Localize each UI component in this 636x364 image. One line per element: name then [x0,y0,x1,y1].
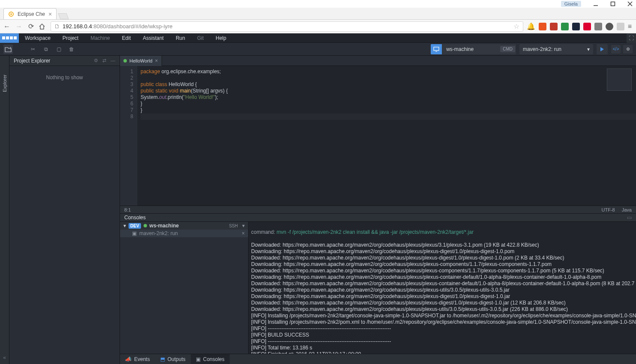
panel-sync-icon[interactable]: ⇄ [102,58,106,63]
command-name: maven-2nk2: run [523,46,561,52]
machine-menu-icon[interactable]: ▾ [242,223,245,229]
code-text: .println( [166,94,183,100]
chrome-menu-button[interactable]: ≡ [628,23,632,30]
machine-selector[interactable]: ws-machine CMD [431,44,516,54]
terminal-icon: ▣ [132,230,137,236]
nav-back-button[interactable]: ← [3,23,11,30]
ext-icon-light[interactable] [617,23,624,30]
bottom-tab-consoles[interactable]: ▣ Consoles [191,354,230,364]
consoles-minimize-button[interactable]: ▭ [627,215,632,221]
ext-icon-ubuntu[interactable] [539,23,546,30]
command-selector[interactable]: maven-2nk2: run ▾ [519,44,593,54]
consoles-panel-body: ▾ DEV ws-machine SSH ▾ ▣ maven-2nk2: run… [120,222,636,354]
console-line: Downloaded: https://repo.maven.apache.or… [251,300,633,306]
code-text: org.eclipse.che.examples; [160,69,221,75]
delete-button[interactable]: 🗑 [67,45,76,54]
process-close-button[interactable]: × [242,230,245,236]
console-line: [INFO] Installing /projects/maven-2nk2/p… [251,319,633,325]
menu-git[interactable]: Git [191,33,210,43]
console-tree: ▾ DEV ws-machine SSH ▾ ▣ maven-2nk2: run… [120,222,249,354]
console-line: Downloaded: https://repo.maven.apache.or… [251,255,633,261]
ext-icon-circle[interactable] [606,23,613,30]
svg-rect-7 [434,47,439,51]
console-line: Downloading: https://repo.maven.apache.o… [251,261,633,268]
cut-button[interactable]: ✂ [28,45,38,54]
browser-tab-eclipse-che[interactable]: Eclipse Che × [3,8,57,19]
consoles-title: Consoles [124,215,146,221]
menu-project[interactable]: Project [57,33,84,43]
ext-icon-gray[interactable] [594,23,602,30]
editor-tab-helloworld[interactable]: HelloWorld × [120,56,162,66]
copy-button[interactable]: ⧉ [41,45,51,54]
bell-icon[interactable]: 🔔 [527,22,535,30]
ext-icon-green[interactable] [561,23,569,30]
url-port: :8080 [92,23,106,30]
edit-tool-group: ✂ ⧉ ▢ 🗑 [28,45,76,54]
url-host: 192.168.0.4 [63,23,92,30]
window-maximize-button[interactable] [610,1,615,6]
file-language[interactable]: Java [622,207,632,212]
window-close-button[interactable] [627,1,633,6]
machine-icon [431,44,442,54]
maximize-ide-button[interactable]: ⛶ [627,33,636,43]
paste-button[interactable]: ▢ [54,45,63,54]
cursor-position: 8:1 [124,207,131,212]
class-name: HelloWorld [167,81,195,87]
editor-tab-close-button[interactable]: × [155,58,158,64]
menu-workspace[interactable]: Workspace [19,33,57,43]
menu-edit[interactable]: Edit [116,33,137,43]
bottom-tab-outputs[interactable]: ⬒ Outputs [155,354,191,364]
machine-name: ws-machine [442,46,499,52]
tab-label: Outputs [168,356,186,362]
nav-reload-button[interactable]: ⟳ [27,22,35,30]
address-bar[interactable]: 🗋 192.168.0.4 :8080 /dashboard/#/ide/wks… [51,21,523,32]
che-ide: Workspace Project Machine Edit Assistant… [0,33,636,364]
bottom-tab-events[interactable]: 📣 Events [120,354,155,364]
machine-label: ws-machine [150,223,179,229]
menu-machine[interactable]: Machine [84,33,116,43]
new-tab-button[interactable] [58,13,69,19]
console-process-row[interactable]: ▣ maven-2nk2: run × [120,230,248,237]
panel-minimize-icon[interactable]: — [111,58,115,63]
nav-forward-button[interactable]: → [15,23,23,30]
os-window-titlebar: Gisela [0,0,636,8]
ext-icon-dark[interactable] [572,23,580,30]
window-minimize-button[interactable] [593,1,598,6]
console-line: [INFO] Installing /projects/maven-2nk2/t… [251,313,633,319]
menu-assistant[interactable]: Assistant [137,33,170,43]
menu-help[interactable]: Help [210,33,232,43]
line-number: 5 [120,94,133,101]
project-explorer-header: Project Explorer ⚙ ⇄ — [9,56,120,66]
process-label: maven-2nk2: run [139,230,178,236]
minimap[interactable] [607,69,632,91]
console-line: Downloaded: https://repo.maven.apache.or… [251,280,633,287]
right-tool-group: </> ⚙ [611,45,633,54]
code-text: (String[] argvs) { [191,88,228,94]
ext-icon-angular[interactable] [583,23,591,30]
nav-home-button[interactable] [39,23,47,30]
bookmark-star-icon[interactable]: ☆ [513,22,519,30]
rail-explorer-tab[interactable]: Explorer [2,73,7,94]
console-machine-row[interactable]: ▾ DEV ws-machine SSH ▾ [120,222,248,230]
terminal-icon: ▣ [196,356,201,362]
rail-collapse-icon[interactable]: « [3,355,6,361]
toggle-view-button-1[interactable]: </> [611,45,621,54]
panel-settings-icon[interactable]: ⚙ [94,58,98,63]
browser-tabstrip: Eclipse Che × [0,8,636,20]
ext-icon-red[interactable] [550,23,558,30]
che-logo-icon[interactable] [0,33,19,43]
code-editor[interactable]: package org.eclipse.che.examples; public… [137,66,636,206]
toggle-view-button-2[interactable]: ⚙ [623,45,633,54]
menu-run[interactable]: Run [170,33,191,43]
ssh-button[interactable]: SSH [229,224,238,228]
file-encoding[interactable]: UTF-8 [602,207,615,212]
console-output[interactable]: command: mvn -f /projects/maven-2nk2 cle… [249,222,636,354]
editor-tab-label: HelloWorld [129,58,153,63]
consoles-panel-header: Consoles ▭ [120,213,636,222]
new-resource-button[interactable]: + [3,45,13,54]
user-badge: Gisela [561,1,581,7]
console-line: Downloading: https://repo.maven.apache.o… [251,287,633,293]
tab-close-button[interactable]: × [48,11,52,18]
command-text: mvn -f /projects/maven-2nk2 clean instal… [275,229,474,235]
run-command-button[interactable] [597,44,608,54]
